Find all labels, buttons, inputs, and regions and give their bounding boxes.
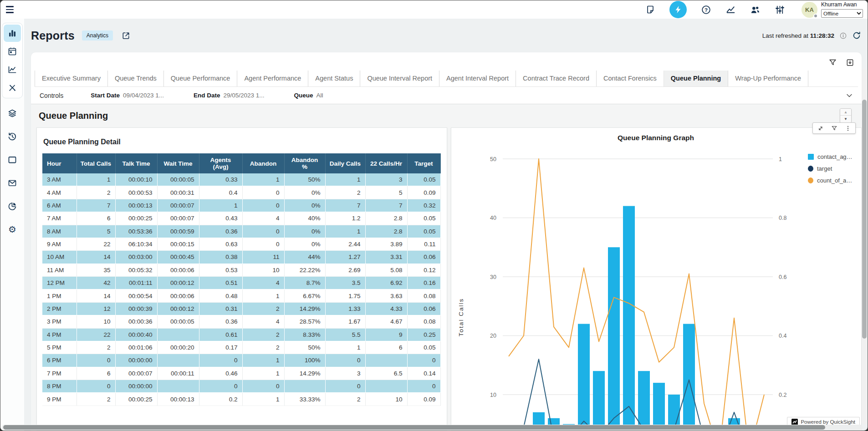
svg-text:0.2: 0.2 [779, 392, 786, 398]
sidebar-item-layers[interactable] [4, 105, 21, 122]
status-dot [813, 14, 818, 18]
column-header-22-calls-hr[interactable]: 22 Calls/Hr [365, 153, 407, 173]
column-header-daily-calls[interactable]: Daily Calls [325, 153, 365, 173]
info-icon[interactable] [839, 31, 847, 40]
legend-item-target[interactable]: target [808, 165, 853, 172]
tab-queue-trends[interactable]: Queue Trends [107, 71, 163, 86]
sidebar-item-bar-chart[interactable] [4, 25, 21, 42]
legend-item-contact-ag[interactable]: contact_ag… [808, 153, 853, 160]
horizontal-scrollbar-thumb[interactable] [3, 425, 825, 430]
tab-queue-interval-report[interactable]: Queue Interval Report [360, 71, 439, 86]
table-row-8-am[interactable]: 8 AM500:53:3600:00:590.3600%12.80.05 [42, 225, 440, 238]
column-header-abandon[interactable]: Abandon [242, 153, 284, 173]
kebab-menu-icon[interactable] [844, 125, 851, 132]
table-row-11-am[interactable]: 11 AM3500:05:3200:00:060.531022.22%2.695… [42, 264, 440, 276]
column-header-hour[interactable]: Hour [42, 153, 77, 173]
svg-text:Total Calls: Total Calls [458, 298, 465, 336]
table-row-7-pm[interactable]: 7 PM600:00:0700:00:110.46114.29%36.50.14 [42, 367, 440, 380]
tab-queue-planning[interactable]: Queue Planning [664, 71, 728, 86]
tab-contact-forensics[interactable]: Contact Forensics [596, 71, 664, 86]
tab-agent-performance[interactable]: Agent Performance [237, 71, 308, 86]
table-row-5-pm[interactable]: 5 PM200:01:0600:00:200.17250%160.05 [42, 341, 440, 354]
sidebar-item-pie-chart[interactable] [4, 198, 21, 215]
export-icon[interactable] [845, 58, 854, 67]
svg-text:10: 10 [490, 392, 496, 398]
table-row-3-am[interactable]: 3 AM100:00:1000:00:050.33150%130.05 [42, 173, 440, 186]
tab-agent-interval-report[interactable]: Agent Interval Report [439, 71, 516, 86]
controls-label: Controls [40, 92, 63, 99]
tab-queue-performance[interactable]: Queue Performance [163, 71, 237, 86]
expand-icon[interactable] [817, 125, 824, 132]
svg-text:0.4: 0.4 [779, 333, 786, 339]
sliders-icon[interactable] [774, 4, 785, 15]
table-row-10-am[interactable]: 10 AM1400:03:0000:00:450.381144%1.273.31… [42, 251, 440, 264]
window-icon [7, 155, 17, 165]
table-row-9-am[interactable]: 9 AM2206:10:3400:00:150.6300%2.443.890.1… [42, 238, 440, 250]
column-header-abandon[interactable]: Abandon % [284, 153, 325, 173]
column-header-total-calls[interactable]: Total Calls [77, 153, 115, 173]
metrics-icon[interactable] [725, 4, 736, 15]
sidebar-item-history[interactable] [4, 128, 21, 145]
column-header-target[interactable]: Target [407, 153, 440, 173]
table-row-4-pm[interactable]: 4 PM2200:00:400.6128.33%5.590.25 [42, 328, 440, 341]
sidebar-item-settings[interactable]: ⚙ [4, 221, 21, 238]
queue-planning-graph-panel: Queue Planning Graph10203040500.20.40.60… [451, 127, 862, 430]
chevron-down-icon[interactable] [845, 91, 853, 100]
horizontal-scrollbar [2, 425, 863, 430]
table-row-7-am[interactable]: 7 AM600:00:2500:00:070.43440%1.22.80.05 [42, 212, 440, 225]
app-window: ? KA Khurram Awan Offline [0, 0, 868, 431]
table-row-3-pm[interactable]: 3 PM1000:00:3600:00:050.36428.57%1.674.6… [42, 315, 440, 328]
last-refreshed-text: Last refreshed at 11:28:32 [762, 32, 834, 39]
queue-planning-detail-panel: Queue Planning Detail HourTotal CallsTal… [36, 127, 447, 430]
combo-chart[interactable]: Queue Planning Graph10203040500.20.40.60… [451, 128, 861, 429]
tab-agent-status[interactable]: Agent Status [308, 71, 360, 86]
filter-start-date[interactable]: Start Date09/04/2023 1... [91, 92, 164, 99]
table-row-6-pm[interactable]: 6 PM000:00:0001100%00 [42, 354, 440, 367]
table-row-12-pm[interactable]: 12 PM4200:01:1100:00:120.5148.7%3.56.920… [42, 277, 440, 289]
external-link-icon[interactable] [121, 31, 131, 41]
sidebar-item-window[interactable] [4, 151, 21, 168]
calendar-icon [7, 46, 17, 56]
filter-end-date[interactable]: End Date29/05/2023 1... [194, 92, 265, 99]
table-row-8-pm[interactable]: 8 PM000:00:000000 [42, 380, 440, 393]
avatar[interactable]: KA [802, 2, 817, 18]
hamburger-menu-icon[interactable] [6, 4, 18, 15]
spinner-up-button[interactable]: ▲ [840, 109, 851, 116]
sidebar-item-design-tools[interactable] [4, 79, 21, 96]
vertical-scrollbar [862, 69, 867, 425]
column-header-talk-time[interactable]: Talk Time [115, 153, 157, 173]
notes-icon[interactable] [645, 4, 656, 15]
sidebar-item-calendar[interactable] [4, 43, 21, 60]
legend-item-count-of-a[interactable]: count_of_a… [808, 177, 853, 184]
gear-icon: ⚙ [8, 225, 16, 234]
svg-text:1: 1 [779, 156, 782, 162]
user-name: Khurram Awan [821, 1, 863, 8]
column-header-agents-avg[interactable]: Agents (Avg) [199, 153, 242, 173]
column-header-wait-time[interactable]: Wait Time [157, 153, 199, 173]
vertical-scrollbar-thumb[interactable] [862, 100, 867, 339]
tab-wrap-up-performance[interactable]: Wrap-Up Performance [728, 71, 808, 86]
sidebar-item-line-chart[interactable] [4, 61, 21, 78]
tab-executive-summary[interactable]: Executive Summary [35, 71, 107, 86]
sidebar-item-mail[interactable] [4, 174, 21, 192]
chart-legend: contact_ag…targetcount_of_a… [808, 153, 853, 184]
refresh-icon[interactable] [852, 30, 862, 41]
filter-icon[interactable] [828, 58, 837, 67]
sheet-title: Queue Planning [39, 111, 108, 121]
flash-icon[interactable] [669, 1, 687, 18]
chart-filter-icon[interactable] [831, 125, 837, 132]
filter-queue[interactable]: QueueAll [294, 92, 323, 99]
svg-text:20: 20 [490, 333, 496, 339]
spinner-down-button[interactable]: ▼ [840, 116, 851, 122]
table-row-6-am[interactable]: 6 AM700:00:1300:00:07100%770.32 [42, 199, 440, 212]
table-row-1-pm[interactable]: 1 PM1400:00:5400:00:060.4816.67%1.753.63… [42, 289, 440, 302]
tab-contract-trace-record[interactable]: Contract Trace Record [516, 71, 596, 86]
tab-bar: Executive SummaryQueue TrendsQueue Perfo… [35, 71, 858, 87]
sheet-scroll-spinner: ▲ ▼ [840, 108, 852, 123]
help-icon[interactable]: ? [700, 4, 711, 15]
table-row-4-am[interactable]: 4 AM200:00:5300:00:310.400%250.09 [42, 186, 440, 199]
status-select[interactable]: Offline [821, 9, 863, 18]
users-icon[interactable] [750, 4, 761, 15]
table-row-2-pm[interactable]: 2 PM1200:00:3900:00:120.31214.29%1.334.3… [42, 302, 440, 315]
table-row-9-pm[interactable]: 9 PM200:00:2500:00:130.2133.33%2100.09 [42, 393, 440, 406]
